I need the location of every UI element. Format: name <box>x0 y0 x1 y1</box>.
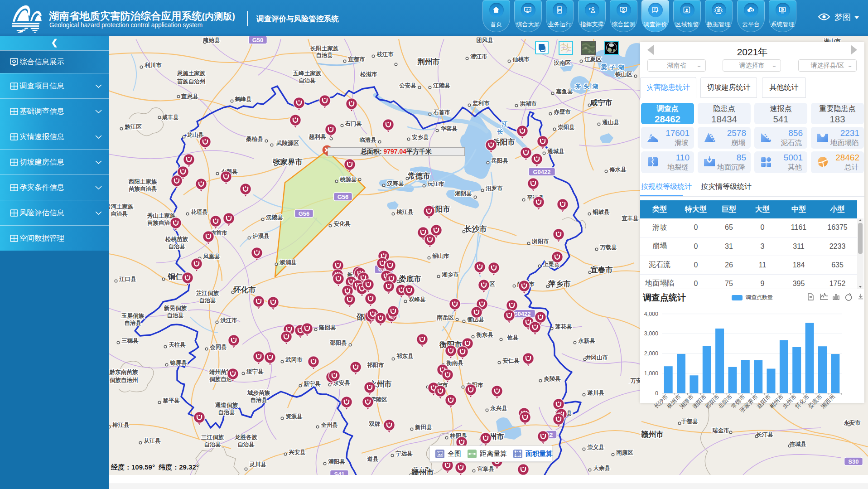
svg-text:荆州市: 荆州市 <box>417 58 440 66</box>
svg-text:三穗县: 三穗县 <box>121 338 139 344</box>
svg-text:道县: 道县 <box>367 456 379 462</box>
svg-text:黎平县: 黎平县 <box>162 397 180 404</box>
svg-text:汉南区: 汉南区 <box>553 60 571 66</box>
svg-text:祁阳市: 祁阳市 <box>366 362 384 368</box>
svg-text:永州市: 永州市 <box>781 393 798 410</box>
svg-text:S30: S30 <box>848 458 858 465</box>
svg-text:潜江市: 潜江市 <box>470 53 487 60</box>
svg-text:会同县: 会同县 <box>209 344 227 350</box>
svg-text:从江县: 从江县 <box>143 438 161 444</box>
svg-text:G56: G56 <box>338 194 349 200</box>
svg-text:天柱县: 天柱县 <box>168 342 186 348</box>
svg-text:赤壁市: 赤壁市 <box>553 109 571 115</box>
svg-text:嘉鱼县: 嘉鱼县 <box>556 88 573 95</box>
svg-text:1,000: 1,000 <box>644 370 658 377</box>
svg-text:绥宁县: 绥宁县 <box>246 368 264 375</box>
svg-text:自治县: 自治县 <box>204 441 221 448</box>
svg-text:衡阳市: 衡阳市 <box>691 393 708 410</box>
svg-text:益阳市: 益阳市 <box>756 393 772 410</box>
svg-text:榕江县: 榕江县 <box>112 422 130 428</box>
svg-text:自治县: 自治县 <box>168 243 185 250</box>
svg-text:安化县: 安化县 <box>333 221 351 227</box>
svg-text:自治县: 自治县 <box>111 211 128 217</box>
svg-text:秀山土家族: 秀山土家族 <box>147 213 176 219</box>
svg-text:南岳区: 南岳区 <box>436 315 454 321</box>
svg-text:崇义县: 崇义县 <box>587 444 604 450</box>
svg-text:玉屏侗族: 玉屏侗族 <box>121 313 145 319</box>
svg-text:韶山市: 韶山市 <box>432 253 449 259</box>
svg-text:松桃苗族: 松桃苗族 <box>165 236 188 242</box>
svg-text:永新县: 永新县 <box>578 338 595 344</box>
svg-text:三江侗族: 三江侗族 <box>201 434 224 441</box>
svg-text:浏阳市: 浏阳市 <box>531 238 549 245</box>
svg-text:修水县: 修水县 <box>609 166 627 173</box>
svg-text:自治县: 自治县 <box>124 320 141 326</box>
svg-text:城步苗族: 城步苗族 <box>247 390 270 396</box>
svg-text:通道侗族: 通道侗族 <box>215 402 238 408</box>
svg-text:自治县: 自治县 <box>316 52 333 58</box>
svg-text:洪江市: 洪江市 <box>220 317 237 324</box>
svg-text:自治县: 自治县 <box>167 312 184 319</box>
svg-text:凤凰县: 凤凰县 <box>203 253 220 260</box>
svg-text:萍乡市: 萍乡市 <box>548 280 571 288</box>
svg-text:溆浦县: 溆浦县 <box>279 259 297 266</box>
svg-text:铜仁: 铜仁 <box>168 272 183 281</box>
svg-text:常德市: 常德市 <box>408 172 430 180</box>
svg-text:新田县: 新田县 <box>415 424 432 431</box>
svg-text:自治县: 自治县 <box>237 441 255 448</box>
svg-text:宜章县: 宜章县 <box>477 466 494 472</box>
svg-text:赣州市: 赣州市 <box>411 468 434 475</box>
svg-text:2,000: 2,000 <box>644 350 658 357</box>
svg-text:炎陵县: 炎陵县 <box>544 376 561 382</box>
svg-text:郴州市: 郴州市 <box>768 393 785 410</box>
svg-text:3,000: 3,000 <box>644 330 658 337</box>
svg-text:长汀县: 长汀县 <box>756 431 773 438</box>
svg-text:团风县: 团风县 <box>476 37 493 44</box>
svg-text:桑植县: 桑植县 <box>246 136 263 142</box>
svg-text:苗族自治县: 苗族自治县 <box>129 186 157 192</box>
svg-text:娄底市: 娄底市 <box>807 393 823 410</box>
svg-text:新晃侗族: 新晃侗族 <box>164 305 187 311</box>
svg-text:恩施土家族: 恩施土家族 <box>177 70 206 77</box>
svg-text:岳阳市: 岳阳市 <box>717 393 733 410</box>
svg-text:怀化市: 怀化市 <box>233 286 256 294</box>
svg-text:衡南县: 衡南县 <box>446 360 463 366</box>
svg-text:双牌: 双牌 <box>369 421 381 427</box>
svg-text:通山县: 通山县 <box>602 119 619 126</box>
svg-text:湘潭市: 湘潭市 <box>679 393 695 410</box>
svg-text:锦屏县: 锦屏县 <box>169 360 187 366</box>
svg-text:临澧县: 临澧县 <box>359 137 376 143</box>
svg-text:侗族自治州: 侗族自治州 <box>109 377 138 383</box>
svg-text:隆回县: 隆回县 <box>319 324 336 331</box>
svg-text:灌阳县: 灌阳县 <box>328 459 345 465</box>
svg-text:桃源县: 桃源县 <box>339 176 357 183</box>
svg-text:G50: G50 <box>252 37 264 44</box>
svg-text:永兴县: 永兴县 <box>490 405 507 412</box>
svg-text:通城县: 通城县 <box>547 148 564 155</box>
svg-text:咸丰县: 咸丰县 <box>161 114 179 121</box>
svg-text:利川市: 利川市 <box>144 62 162 68</box>
svg-text:武陵源区: 武陵源区 <box>276 140 299 146</box>
svg-text:邵阳市: 邵阳市 <box>704 393 720 410</box>
svg-text:灵川县: 灵川县 <box>249 461 266 468</box>
svg-text:湘阴县: 湘阴县 <box>454 190 472 197</box>
svg-text:攸县: 攸县 <box>507 334 519 341</box>
svg-text:安仁县: 安仁县 <box>502 358 520 364</box>
svg-text:双峰县: 双峰县 <box>408 296 426 303</box>
svg-text:0: 0 <box>655 390 658 397</box>
svg-text:瑞金市: 瑞金市 <box>712 427 729 434</box>
svg-text:汨罗市: 汨罗市 <box>485 185 503 192</box>
svg-text:4,000: 4,000 <box>644 311 658 317</box>
svg-text:松滋市: 松滋市 <box>360 71 377 77</box>
svg-text:江口县: 江口县 <box>119 276 136 282</box>
svg-text:岳阳县: 岳阳县 <box>491 158 508 164</box>
svg-text:五峰土家族: 五峰土家族 <box>293 70 322 77</box>
svg-text:新宁县: 新宁县 <box>303 380 321 387</box>
svg-text:宜丰县: 宜丰县 <box>622 215 639 222</box>
svg-text:连城县: 连城县 <box>789 441 806 447</box>
svg-text:遂川县: 遂川县 <box>587 390 604 396</box>
svg-text:沿河土家族: 沿河土家族 <box>109 203 134 210</box>
svg-text:长: 长 <box>497 128 506 135</box>
svg-text:自治县: 自治县 <box>218 409 235 416</box>
svg-text:石首市: 石首市 <box>433 109 450 116</box>
